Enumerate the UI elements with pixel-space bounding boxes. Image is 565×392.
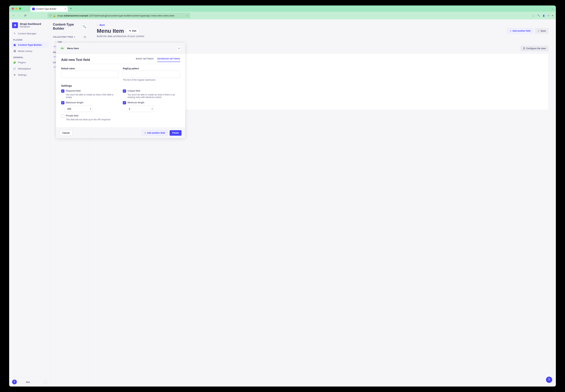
regexp-input[interactable] [123,70,180,78]
shield-icon[interactable]: 🛡 [49,14,52,17]
tab-advanced-settings[interactable]: ADVANCED SETTINGS [157,57,180,62]
app-title: Strapi Dashboard [20,23,41,25]
reload-icon[interactable]: ⟳ [23,14,27,17]
sidebar-item-label: Content Manager [18,32,36,35]
app-subtitle: Workplace [20,25,41,28]
divider [61,64,180,64]
tab-basic-settings[interactable]: BASIC SETTINGS [136,57,154,62]
browser-toolbar: ← → ⟳ 🛡 🔒 strapi.dollarbackend.example:1… [9,12,241,19]
tab-title: Content-Type Builder [36,8,57,10]
modal-footer: Cancel +Add another field Finish [56,127,185,138]
sidebar-section-general: GENERAL [9,54,50,59]
sidebar-header: Strapi Dashboard Workplace [9,19,50,30]
layout-icon: ▦ [13,43,16,46]
puzzle-icon: 🧩 [13,61,16,64]
stepper-icon[interactable]: ▴▾ [90,107,91,110]
sidebar: Strapi Dashboard Workplace ✎ Content Man… [9,19,50,167]
sidebar-item-plugins[interactable]: 🧩 Plugins [9,59,50,65]
browser-tab[interactable]: Content-Type Builder × [30,6,68,12]
chevron-down-icon: ▼ [74,36,75,38]
min-length-checkbox[interactable] [123,101,126,104]
tab-close-icon[interactable]: × [65,8,66,10]
min-length-input[interactable]: 2 ▴▾ [126,106,154,112]
strapi-logo-icon [12,22,18,28]
required-label: Required field [66,89,81,92]
sidebar-item-content-manager[interactable]: ✎ Content Manager [9,30,50,37]
window-controls [12,8,21,10]
unique-checkbox[interactable] [123,89,126,93]
pencil-icon: ✎ [13,32,16,35]
required-hint: You won't be able to create an entry if … [66,93,118,98]
page-subtitle: Build the data architecture of your cont… [97,35,241,38]
default-value-input[interactable] [61,70,118,78]
close-modal-button[interactable]: ✕ [176,46,182,51]
gear-icon: ⚙ [13,73,16,76]
back-icon[interactable]: ← [12,14,15,17]
tab-favicon-icon [32,8,35,10]
settings-section-title: Settings [61,84,180,87]
image-icon: 🖼 [13,50,16,53]
private-label: Private field [66,114,78,117]
minimize-window-icon[interactable] [15,8,17,10]
finish-button[interactable]: Finish [170,130,182,136]
edit-button[interactable]: ✎Edit [126,28,139,34]
modal-title: Add new Text field [61,58,90,62]
regexp-label: RegExp pattern [123,67,180,70]
url-bar[interactable]: 🛡 🔒 strapi.dollarbackend.example:1337/ad… [48,13,190,18]
titlebar: Content-Type Builder × + ⌄ [9,5,241,12]
add-another-field-button[interactable]: +Add another field [142,130,168,136]
search-button[interactable]: 🔍 [82,24,87,30]
url-rest: :1337/admin/plugins/content-type-builder… [88,14,174,17]
max-length-label: Maximum length [66,101,83,104]
sidebar-item-label: Marketplace [18,67,31,70]
cancel-button[interactable]: Cancel [60,130,72,136]
close-icon: ✕ [178,47,180,50]
sidebar-item-label: Settings [18,73,27,76]
private-hint: This field will not show up in the API r… [66,118,118,121]
modal-header-title: Menu Item [67,47,79,50]
sidebar-item-marketplace[interactable]: 🛒 Marketplace [9,65,50,72]
back-link[interactable]: ← Back [97,24,241,26]
unique-label: Unique field [128,89,140,92]
sidebar-item-label: Plugins [18,61,26,64]
modal-header: Ab Menu Item ✕ [56,43,185,54]
new-tab-button[interactable]: + [70,7,72,11]
url-domain: dollarbackend.example [64,14,88,17]
collection-count-badge: 1 [83,36,87,38]
required-checkbox[interactable] [61,89,64,93]
sidebar-item-settings[interactable]: ⚙ Settings [9,72,50,78]
max-length-checkbox[interactable] [61,101,64,104]
sidebar-item-label: Content-Type Builder [18,43,42,46]
panel-title: Content-Type Builder [53,23,80,30]
close-window-icon[interactable] [12,8,14,10]
stepper-icon[interactable]: ▴▾ [152,107,153,110]
collection-types-header[interactable]: COLLECTION TYPES ▼ 1 [53,33,87,39]
search-icon: 🔍 [83,25,86,28]
max-length-input[interactable]: 200 ▴▾ [65,106,92,112]
sidebar-item-ctb[interactable]: ▦ Content-Type Builder [11,42,49,48]
default-value-label: Default value [61,67,118,70]
forward-icon[interactable]: → [17,14,21,17]
lock-warning-icon[interactable]: 🔒 [53,14,56,17]
maximize-window-icon[interactable] [19,8,21,10]
plus-icon: + [145,132,146,134]
app-shell: Strapi Dashboard Workplace ✎ Content Man… [9,19,241,167]
sidebar-item-media[interactable]: 🖼 Media Library [9,48,50,54]
private-checkbox[interactable] [61,114,64,118]
text-field-badge: Ab [60,47,65,50]
min-length-label: Minimum length [128,101,144,104]
cart-icon: 🛒 [13,67,16,70]
page-title: Menu Item [97,28,124,34]
sidebar-section-plugins: PLUGINS [9,37,50,42]
unique-hint: You won't be able to create an entry if … [128,93,180,98]
browser-window: Content-Type Builder × + ⌄ ← → ⟳ 🛡 🔒 str… [9,5,241,167]
pencil-icon: ✎ [129,30,131,32]
sidebar-item-label: Media Library [18,50,32,53]
field-modal: Ab Menu Item ✕ Add new Text field BASIC … [56,43,185,138]
regexp-hint: The text of the regular expression [123,79,180,81]
bookmark-icon[interactable]: ☆ [186,14,188,17]
url-prefix: strapi. [57,14,64,17]
